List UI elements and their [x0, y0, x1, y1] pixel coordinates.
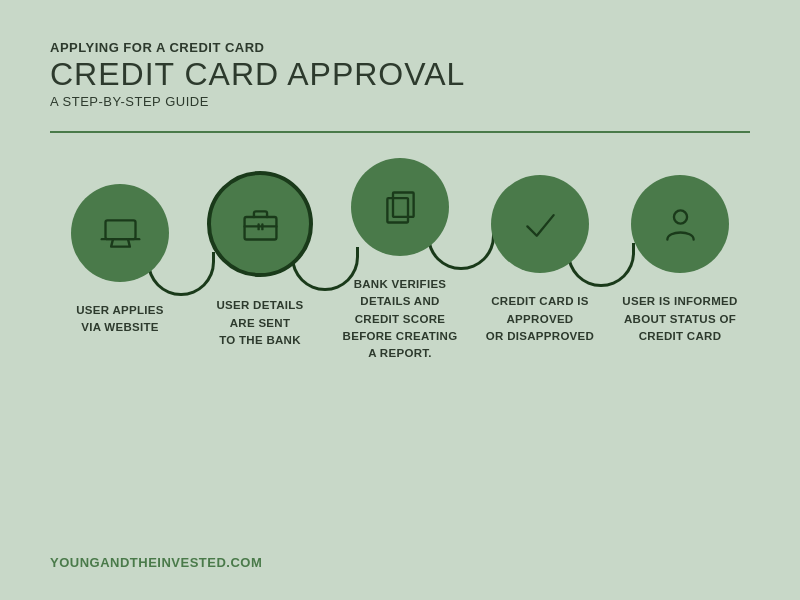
- step-4-label: CREDIT CARD ISAPPROVEDOR DISAPPROVED: [486, 293, 594, 345]
- svg-rect-7: [393, 192, 414, 216]
- header: APPLYING FOR A CREDIT CARD CREDIT CARD A…: [50, 40, 750, 109]
- step-3-label: BANK VERIFIESDETAILS ANDCREDIT SCOREBEFO…: [343, 276, 458, 362]
- step-5-circle-area: [631, 175, 729, 273]
- person-icon: [658, 202, 703, 247]
- step-1-circle-area: [71, 184, 169, 282]
- header-guide: A STEP-BY-STEP GUIDE: [50, 94, 750, 109]
- main-container: APPLYING FOR A CREDIT CARD CREDIT CARD A…: [0, 0, 800, 600]
- header-subtitle: APPLYING FOR A CREDIT CARD: [50, 40, 750, 55]
- checkmark-icon: [518, 202, 563, 247]
- step-5-circle: [631, 175, 729, 273]
- briefcase-icon: [238, 202, 283, 247]
- laptop-icon: [98, 211, 143, 256]
- header-title: CREDIT CARD APPROVAL: [50, 57, 750, 92]
- step-1-circle: [71, 184, 169, 282]
- svg-rect-6: [387, 198, 408, 222]
- step-5-label: USER IS INFORMEDABOUT STATUS OFCREDIT CA…: [622, 293, 737, 345]
- step-1-label: USER APPLIESVIA WEBSITE: [76, 302, 164, 337]
- step-4-circle: [491, 175, 589, 273]
- step-3-circle-area: [351, 158, 449, 256]
- step-4: CREDIT CARD ISAPPROVEDOR DISAPPROVED: [476, 175, 604, 345]
- step-3: BANK VERIFIESDETAILS ANDCREDIT SCOREBEFO…: [336, 158, 464, 362]
- footer-website: YOUNGANDTHEINVESTED.COM: [50, 555, 750, 570]
- svg-rect-0: [105, 220, 135, 239]
- documents-icon: [378, 185, 423, 230]
- step-2-label: USER DETAILSARE SENTTO THE BANK: [216, 297, 303, 349]
- step-1: USER APPLIESVIA WEBSITE: [56, 184, 184, 337]
- step-2-circle: [207, 171, 313, 277]
- step-2: USER DETAILSARE SENTTO THE BANK: [196, 171, 324, 349]
- divider: [50, 131, 750, 133]
- step-2-circle-area: [207, 171, 313, 277]
- footer: YOUNGANDTHEINVESTED.COM: [50, 540, 750, 570]
- svg-point-8: [673, 210, 686, 223]
- step-4-circle-area: [491, 175, 589, 273]
- svg-rect-2: [244, 217, 276, 240]
- steps-container: USER APPLIESVIA WEBSITE USER DETAILSARE: [50, 158, 750, 362]
- step-5: USER IS INFORMEDABOUT STATUS OFCREDIT CA…: [616, 175, 744, 345]
- step-3-circle: [351, 158, 449, 256]
